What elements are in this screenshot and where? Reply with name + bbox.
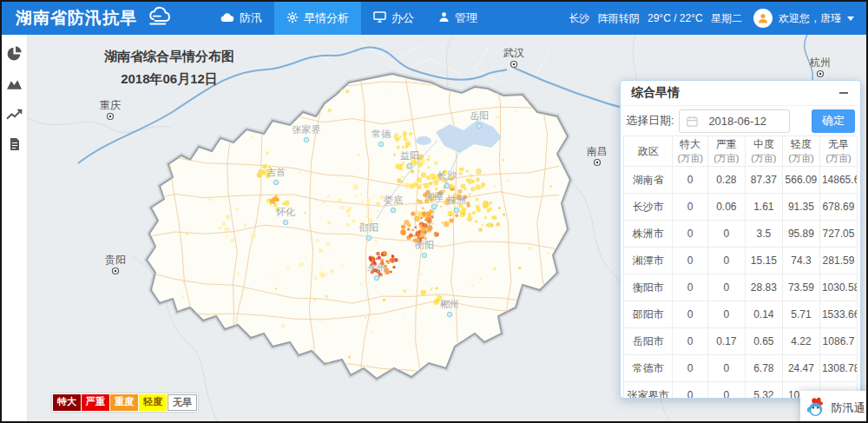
value-cell: 0.14	[745, 301, 782, 328]
region-link[interactable]: 常德市	[624, 355, 673, 382]
date-label: 选择日期:	[626, 113, 674, 129]
value-cell: 0	[673, 328, 707, 355]
mascot-icon	[806, 396, 827, 420]
region-link[interactable]: 张家界市	[624, 382, 673, 400]
region-link[interactable]: 长沙市	[624, 194, 673, 221]
panel-title: 综合旱情	[631, 85, 838, 101]
map-title-line1: 湖南省综合旱情分布图	[69, 45, 269, 68]
panel-header: 综合旱情	[621, 81, 860, 106]
sidebar-item-area-stats[interactable]	[6, 76, 23, 94]
nav-item-admin[interactable]: 管理	[426, 2, 490, 35]
region-link[interactable]: 邵阳市	[624, 301, 673, 328]
sidebar-item-pie-stats[interactable]	[6, 46, 23, 63]
date-value: 2018-06-12	[702, 115, 789, 128]
col-header: 轻度(万亩)	[782, 136, 819, 167]
app-logo: 湖南省防汛抗旱	[2, 6, 208, 31]
weather-info: 长沙 阵雨转阴 29°C / 22°C 星期二	[569, 11, 747, 26]
col-header: 严重(万亩)	[707, 136, 745, 167]
region-link[interactable]: 株洲市	[624, 221, 673, 248]
region-link[interactable]: 衡阳市	[624, 274, 673, 301]
document-icon	[9, 137, 21, 155]
sidebar-item-trend-stats[interactable]	[6, 107, 23, 124]
value-cell: 1086.7	[819, 328, 857, 355]
col-header: 政区	[624, 136, 673, 167]
table-row: 湘潭市0015.1574.3281.59	[624, 248, 858, 274]
confirm-button[interactable]: 确定	[812, 109, 855, 133]
value-cell: 0.06	[707, 194, 745, 221]
table-row: 湖南省00.2887.37566.0914865.61	[624, 167, 858, 194]
app-window: 湖南省防汛抗旱 防汛旱情分析办公管理 长沙 阵雨转阴 29°C / 22°C 星…	[0, 0, 868, 423]
value-cell: 95.89	[782, 221, 819, 248]
value-cell: 1.61	[745, 194, 782, 221]
user-icon	[438, 11, 450, 25]
value-cell: 91.35	[782, 194, 819, 221]
cloud-logo-icon	[144, 6, 175, 31]
value-cell: 1030.58	[819, 274, 857, 301]
chevron-down-icon[interactable]	[847, 17, 854, 21]
svg-text:吉首: 吉首	[266, 167, 286, 177]
nav-label: 旱情分析	[304, 10, 349, 26]
value-cell: 5.71	[782, 301, 819, 328]
user-avatar-icon	[757, 12, 769, 24]
value-cell: 4.22	[782, 328, 819, 355]
value-cell: 1533.66	[819, 301, 857, 328]
value-cell: 15.15	[745, 248, 782, 274]
main-nav: 防汛旱情分析办公管理	[208, 2, 490, 35]
value-cell: 0.28	[707, 167, 745, 194]
fangxuntong-widget[interactable]: 防汛通	[800, 391, 866, 421]
svg-text:怀化: 怀化	[275, 207, 295, 217]
table-row: 株洲市003.595.89727.05	[624, 221, 858, 248]
nav-item-flood[interactable]: 防汛	[208, 2, 274, 35]
collapse-icon[interactable]	[838, 89, 850, 97]
value-cell: 0	[673, 274, 707, 301]
value-cell: 0	[707, 355, 745, 382]
value-cell: 0	[673, 301, 707, 328]
value-cell: 0	[707, 221, 745, 248]
svg-text:岳阳: 岳阳	[470, 110, 489, 121]
value-cell: 0	[707, 248, 745, 274]
nav-item-drought-analysis[interactable]: 旱情分析	[274, 2, 361, 35]
svg-text:杭州: 杭州	[809, 56, 831, 69]
value-cell: 14865.61	[819, 167, 857, 194]
pie-chart-icon	[6, 45, 23, 65]
value-cell: 0	[673, 248, 707, 274]
map-title-line2: 2018年06月12日	[69, 68, 269, 90]
map-area: 重庆武汉南昌贵阳杭州张家界常德益阳岳阳吉首长沙湘潭株洲娄底怀化邵阳衡阳永州郴州 …	[28, 35, 866, 421]
sidebar-item-report[interactable]	[6, 137, 23, 155]
col-header: 无旱(万亩)	[819, 136, 857, 167]
value-cell: 73.59	[782, 274, 819, 301]
nav-label: 防汛	[240, 10, 262, 26]
user-welcome[interactable]: 欢迎您，唐瑾	[779, 11, 841, 26]
svg-text:永州: 永州	[367, 262, 386, 273]
legend-item-extreme: 特大	[53, 394, 81, 411]
svg-text:株洲: 株洲	[446, 195, 466, 205]
svg-text:益阳: 益阳	[400, 150, 419, 161]
value-cell: 0	[673, 194, 707, 221]
value-cell: 281.59	[819, 248, 857, 274]
legend-item-severe: 严重	[82, 394, 109, 411]
table-row: 邵阳市000.145.711533.66	[624, 301, 858, 328]
svg-text:张家界: 张家界	[293, 124, 321, 135]
date-picker-input[interactable]: 2018-06-12	[679, 109, 790, 133]
nav-label: 办公	[391, 10, 414, 26]
table-row: 岳阳市00.170.654.221086.7	[624, 328, 858, 355]
region-link[interactable]: 湘潭市	[624, 248, 673, 274]
avatar[interactable]	[753, 9, 773, 28]
value-cell: 74.3	[782, 248, 819, 274]
value-cell: 0.17	[707, 328, 745, 355]
monitor-icon	[373, 11, 386, 25]
value-cell: 3.5	[745, 221, 782, 248]
value-cell: 727.05	[819, 221, 857, 248]
region-link[interactable]: 湖南省	[624, 167, 673, 194]
calendar-icon	[687, 116, 698, 127]
region-link[interactable]: 岳阳市	[624, 328, 673, 355]
left-toolbar	[2, 35, 28, 421]
value-cell: 678.69	[819, 194, 857, 221]
table-row: 长沙市00.061.6191.35678.69	[624, 194, 858, 221]
value-cell: 87.37	[745, 167, 782, 194]
mascot-label: 防汛通	[832, 400, 865, 416]
nav-item-office[interactable]: 办公	[361, 2, 426, 35]
legend-item-none: 无旱	[168, 394, 197, 411]
legend-item-light: 轻度	[139, 394, 167, 411]
svg-text:武汉: 武汉	[503, 47, 524, 59]
